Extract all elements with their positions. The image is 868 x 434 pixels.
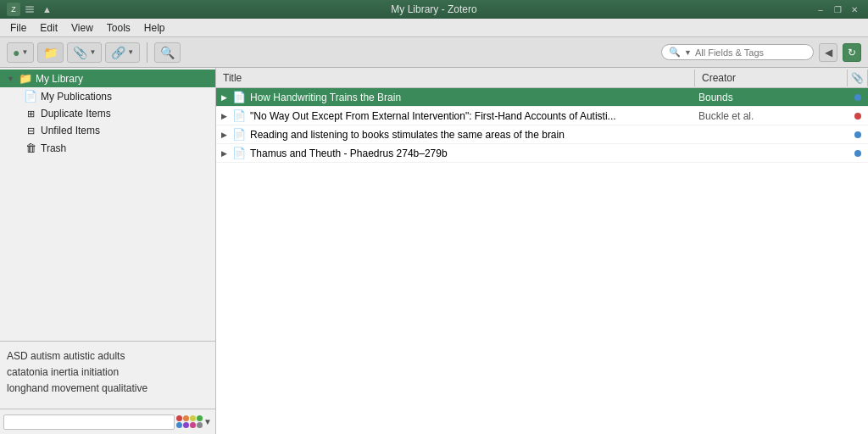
- publications-label: My Publications: [41, 91, 112, 103]
- locate-chevron: ▼: [127, 48, 134, 56]
- tag-search-input[interactable]: [3, 415, 175, 430]
- library-folder-icon: 📁: [19, 72, 32, 85]
- search-toggle-button[interactable]: 🔍: [154, 42, 181, 63]
- new-collection-icon: 📁: [43, 46, 58, 59]
- search-icon: 🔍: [669, 47, 681, 58]
- search-box-container: 🔍 ▼: [661, 44, 814, 60]
- tag-color-button[interactable]: [178, 412, 200, 432]
- main-area: ▼ 📁 My Library 📄 My Publications ⊞ Dupli…: [0, 68, 868, 434]
- col-header-creator[interactable]: Creator: [695, 70, 848, 86]
- toolbar-separator: [147, 42, 147, 63]
- search-bar: 🔍 ▼ ◀ ↻: [661, 43, 861, 62]
- attachment-indicator: [854, 131, 861, 138]
- add-attachment-chevron: ▼: [89, 48, 96, 56]
- restore-button[interactable]: ❐: [831, 3, 844, 16]
- attachment-indicator: [854, 113, 861, 120]
- sidebar-item-unfiled-items[interactable]: ⊟ Unfiled Items: [0, 122, 215, 139]
- new-item-button[interactable]: ● ▼: [7, 42, 34, 63]
- window-title: My Library - Zotero: [391, 3, 476, 15]
- color-gray: [197, 422, 203, 428]
- item-creator: Bounds: [695, 92, 848, 103]
- library-expand-icon: ▼: [7, 75, 15, 83]
- color-yellow: [190, 415, 196, 421]
- back-button[interactable]: ◀: [819, 43, 837, 62]
- window-up-btn[interactable]: ▲: [42, 4, 52, 14]
- app-icon: Z: [7, 3, 20, 16]
- search-toggle-icon: 🔍: [160, 46, 175, 59]
- menu-tools[interactable]: Tools: [100, 20, 137, 36]
- toolbar: ● ▼ 📁 📎 ▼ 🔗 ▼ 🔍 🔍 ▼ ◀ ↻: [0, 37, 868, 68]
- new-item-icon: ●: [13, 46, 19, 59]
- attachment-indicator: [854, 94, 861, 101]
- menu-edit[interactable]: Edit: [33, 20, 64, 36]
- menu-file[interactable]: File: [3, 20, 33, 36]
- row-expand-icon: ▶: [216, 93, 231, 102]
- close-button[interactable]: ✕: [848, 3, 861, 16]
- table-row[interactable]: ▶ 📄 Reading and listening to books stimu…: [216, 125, 868, 144]
- search-input[interactable]: [695, 47, 805, 58]
- item-type-icon: 📄: [231, 109, 247, 122]
- locate-button[interactable]: 🔗 ▼: [105, 42, 140, 63]
- tags-line1: ASD autism autistic adults: [7, 350, 125, 362]
- add-attachment-icon: 📎: [73, 46, 87, 59]
- content-area: Title Creator 📎 ▶ 📄 How Handwriting Trai…: [216, 68, 868, 434]
- item-attachment: [848, 113, 868, 120]
- drag-handle: [25, 6, 34, 13]
- item-title: Thamus and Theuth - Phaedrus 274b–279b: [247, 147, 695, 159]
- title-bar: Z ▲ My Library - Zotero – ❐ ✕: [0, 0, 868, 19]
- color-orange: [183, 415, 189, 421]
- menu-help[interactable]: Help: [137, 20, 172, 36]
- trash-label: Trash: [41, 142, 66, 154]
- item-creator: Buckle et al.: [695, 110, 848, 122]
- col-header-attachment[interactable]: 📎: [848, 70, 868, 86]
- row-expand-icon: ▶: [216, 112, 231, 120]
- sidebar-item-my-library[interactable]: ▼ 📁 My Library: [0, 70, 215, 87]
- color-blue: [176, 422, 182, 428]
- new-collection-button[interactable]: 📁: [37, 42, 64, 63]
- item-title: Reading and listening to books stimulate…: [247, 129, 695, 141]
- item-attachment: [848, 150, 868, 157]
- trash-icon: 🗑: [24, 142, 37, 154]
- tags-line3: longhand movement qualitative: [7, 382, 147, 394]
- library-label: My Library: [36, 73, 83, 85]
- color-red: [176, 415, 182, 421]
- publications-icon: 📄: [24, 90, 37, 103]
- table-row[interactable]: ▶ 📄 How Handwriting Trains the Brain Bou…: [216, 88, 868, 107]
- locate-icon: 🔗: [111, 46, 125, 59]
- color-pink: [190, 422, 196, 428]
- unfiled-label: Unfiled Items: [41, 125, 100, 136]
- sidebar-tree: ▼ 📁 My Library 📄 My Publications ⊞ Dupli…: [0, 68, 215, 341]
- attachment-indicator: [854, 150, 861, 157]
- sidebar-item-trash[interactable]: 🗑 Trash: [0, 139, 215, 157]
- item-title: How Handwriting Trains the Brain: [247, 92, 695, 103]
- sync-button[interactable]: ↻: [843, 43, 861, 62]
- table-row[interactable]: ▶ 📄 Thamus and Theuth - Phaedrus 274b–27…: [216, 144, 868, 163]
- col-header-title[interactable]: Title: [216, 70, 695, 86]
- window-controls: – ❐ ✕: [814, 3, 861, 16]
- color-grid: [176, 415, 203, 428]
- duplicate-label: Duplicate Items: [41, 108, 111, 120]
- row-expand-icon: ▶: [216, 149, 231, 158]
- tags-chevron[interactable]: ▼: [203, 417, 212, 426]
- search-dropdown[interactable]: ▼: [684, 48, 692, 57]
- tags-input-bar: ▼: [0, 409, 215, 434]
- table-row[interactable]: ▶ 📄 "No Way Out Except From External Int…: [216, 107, 868, 125]
- color-green: [197, 415, 203, 421]
- new-item-chevron: ▼: [21, 48, 28, 56]
- menu-view[interactable]: View: [64, 20, 100, 36]
- sidebar-item-duplicate-items[interactable]: ⊞ Duplicate Items: [0, 105, 215, 122]
- item-type-icon: 📄: [231, 91, 247, 103]
- menu-bar: File Edit View Tools Help: [0, 19, 868, 37]
- unfiled-icon: ⊟: [24, 125, 37, 136]
- content-header: Title Creator 📎: [216, 68, 868, 88]
- row-expand-icon: ▶: [216, 131, 231, 139]
- add-attachment-button[interactable]: 📎 ▼: [67, 42, 102, 63]
- item-attachment: [848, 131, 868, 138]
- tags-line2: catatonia inertia initiation: [7, 366, 119, 378]
- item-type-icon: 📄: [231, 128, 247, 141]
- duplicate-icon: ⊞: [24, 108, 37, 120]
- item-attachment: [848, 94, 868, 101]
- sidebar-item-my-publications[interactable]: 📄 My Publications: [0, 87, 215, 105]
- minimize-button[interactable]: –: [814, 3, 827, 16]
- sidebar: ▼ 📁 My Library 📄 My Publications ⊞ Dupli…: [0, 68, 216, 434]
